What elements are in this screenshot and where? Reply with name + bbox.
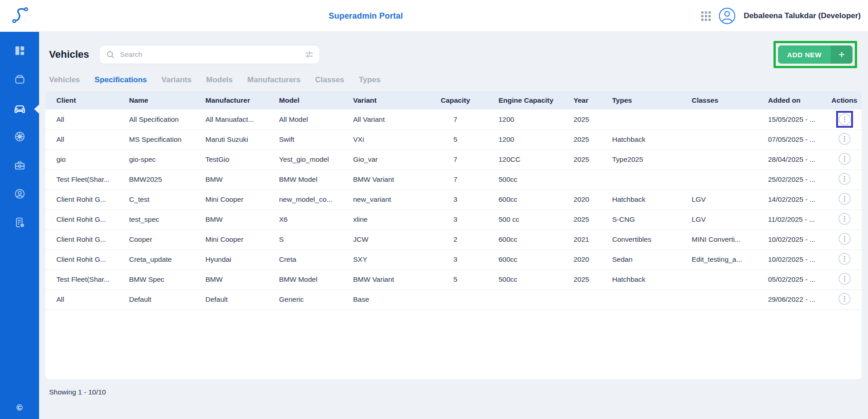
- user-name[interactable]: Debaleena Talukdar (Developer): [743, 11, 861, 20]
- tab-types[interactable]: Types: [359, 75, 380, 85]
- row-actions-button[interactable]: [838, 253, 851, 265]
- table-row[interactable]: AllDefaultDefaultGenericBase29/06/2022 -…: [45, 289, 862, 309]
- dashboard-icon: [14, 45, 26, 59]
- cell: All Variant: [353, 110, 435, 130]
- fleet-card-icon: [14, 73, 26, 87]
- row-actions-button[interactable]: [838, 273, 851, 285]
- add-new-button[interactable]: ADD NEW +: [778, 45, 853, 64]
- cell: 07/05/2025 - ...: [768, 130, 827, 150]
- row-actions-button[interactable]: [838, 293, 851, 305]
- cell: Client Rohit G...: [45, 229, 129, 249]
- table-row[interactable]: AllMS SpecificationMaruti SuzukiSwiftVXi…: [45, 130, 862, 150]
- cell: 600cc: [476, 190, 574, 210]
- tab-specifications[interactable]: Specifications: [95, 75, 147, 85]
- row-actions-button[interactable]: [838, 153, 851, 165]
- sidebar-item-vehicles[interactable]: [0, 95, 39, 123]
- apps-grid-icon[interactable]: [701, 11, 711, 21]
- cell: Base: [353, 289, 435, 309]
- sidebar-item-toolbox[interactable]: [0, 152, 39, 180]
- column-header: Actions: [827, 91, 862, 110]
- table-row[interactable]: Test Fleet(Shar...BMW2025BMWBMW ModelBMW…: [45, 170, 862, 190]
- cell: BMW Model: [279, 170, 353, 190]
- row-actions-button[interactable]: [838, 213, 851, 225]
- cell: 2025: [574, 150, 612, 170]
- cell: BMW: [205, 210, 279, 229]
- sidebar-item-dashboard[interactable]: [0, 37, 39, 66]
- cell: BMW Model: [279, 269, 353, 289]
- tab-models[interactable]: Models: [206, 75, 233, 85]
- vehicles-car-icon: [13, 101, 27, 117]
- cell: Test Fleet(Shar...: [45, 170, 129, 190]
- cell: TestGio: [205, 150, 279, 170]
- cell: VXi: [353, 130, 435, 150]
- sidebar-item-reports[interactable]: [0, 209, 39, 238]
- cell: 2025: [574, 110, 612, 130]
- cell: 1200: [476, 130, 574, 150]
- avatar[interactable]: [718, 7, 736, 25]
- table-row[interactable]: giogio-specTestGioYest_gio_modelGio_var7…: [45, 150, 862, 170]
- cell: 2025: [574, 269, 612, 289]
- row-actions-button[interactable]: [838, 193, 851, 205]
- cell: Edit_testing_a...: [692, 249, 768, 269]
- sidebar-item-wheel[interactable]: [0, 123, 39, 152]
- row-actions-button[interactable]: [838, 133, 851, 145]
- cell: All Specification: [129, 110, 205, 130]
- cell: Yest_gio_model: [279, 150, 353, 170]
- tab-classes[interactable]: Classes: [315, 75, 344, 85]
- tab-vehicles[interactable]: Vehicles: [49, 75, 80, 85]
- cell: 600cc: [476, 249, 574, 269]
- cell: 2025: [574, 210, 612, 229]
- cell: [692, 150, 768, 170]
- top-header: Superadmin Portal Debaleena Talukdar (De…: [0, 0, 868, 32]
- tab-manufacturers[interactable]: Manufacturers: [247, 75, 300, 85]
- row-actions-button[interactable]: [838, 233, 851, 245]
- copyright-icon[interactable]: ©: [16, 403, 22, 413]
- filter-sliders-icon[interactable]: [304, 50, 314, 60]
- cell: 3: [435, 190, 476, 210]
- cell: Client Rohit G...: [45, 190, 129, 210]
- cell: 500 cc: [476, 210, 574, 229]
- cell: 600cc: [476, 229, 574, 249]
- sidebar-item-fleet[interactable]: [0, 66, 39, 95]
- row-actions-button-highlighted[interactable]: [836, 111, 853, 128]
- search-box: [99, 45, 320, 64]
- results-count: Showing 1 - 10/10: [49, 388, 862, 396]
- cell: Generic: [279, 289, 353, 309]
- table-row[interactable]: Client Rohit G...C_testMini Coopernew_mo…: [45, 190, 862, 210]
- row-actions-button[interactable]: [838, 173, 851, 185]
- cell: xline: [353, 210, 435, 229]
- cell: All: [45, 110, 129, 130]
- search-input[interactable]: [120, 50, 304, 59]
- sidebar-item-users[interactable]: [0, 180, 39, 209]
- table-row[interactable]: Client Rohit G...test_specBMWX6xline3500…: [45, 210, 862, 229]
- cell: BMW2025: [129, 170, 205, 190]
- table-row[interactable]: Client Rohit G...CooperMini CooperSJCW26…: [45, 229, 862, 249]
- table-row[interactable]: Client Rohit G...Creta_updateHyundaiCret…: [45, 249, 862, 269]
- cell: All: [45, 130, 129, 150]
- add-new-highlight-annotation: ADD NEW +: [773, 41, 857, 68]
- cell: new_model_co...: [279, 190, 353, 210]
- plus-icon: +: [831, 45, 853, 64]
- cell: LGV: [692, 210, 768, 229]
- tab-variants[interactable]: Variants: [161, 75, 191, 85]
- cell: Creta_update: [129, 249, 205, 269]
- kebab-menu-icon: [838, 173, 851, 185]
- table-row[interactable]: AllAll SpecificationAll Manuafact...All …: [45, 110, 862, 130]
- kebab-menu-icon: [838, 133, 851, 145]
- cell: 10/02/2025 - ...: [768, 229, 827, 249]
- cell: S: [279, 229, 353, 249]
- table-row[interactable]: Test Fleet(Shar...BMW SpecBMWBMW ModelBM…: [45, 269, 862, 289]
- cell: Maruti Suzuki: [205, 130, 279, 150]
- cell: 7: [435, 150, 476, 170]
- cell: [574, 289, 612, 309]
- tabs: VehiclesSpecificationsVariantsModelsManu…: [39, 75, 862, 85]
- cell: Creta: [279, 249, 353, 269]
- cell: 5: [435, 269, 476, 289]
- sidebar-nav: ©: [0, 32, 39, 419]
- cell: 11/02/2025 - ...: [768, 210, 827, 229]
- cell: 25/02/2025 - ...: [768, 170, 827, 190]
- brand-logo-icon[interactable]: [11, 5, 33, 29]
- cell: 29/06/2022 - ...: [768, 289, 827, 309]
- cell: 2020: [574, 190, 612, 210]
- cell: [612, 110, 692, 130]
